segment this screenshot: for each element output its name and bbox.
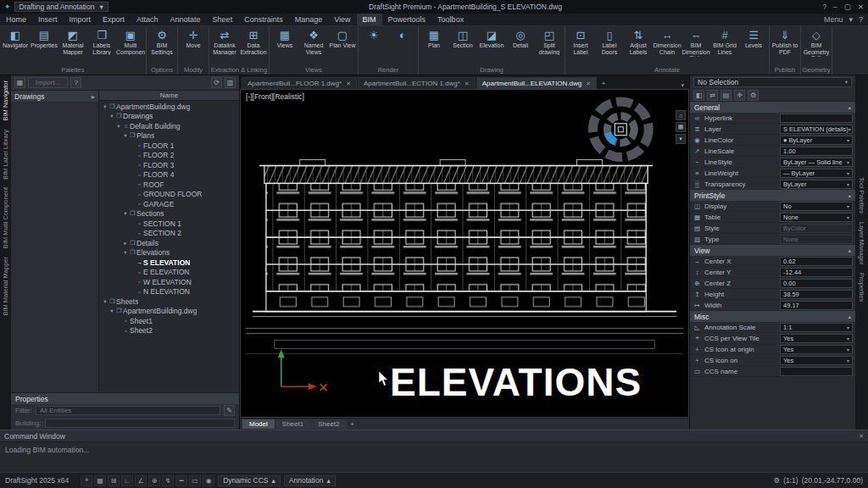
ribbon-button[interactable]: ◇ BIM Geometry Edit [802, 27, 831, 57]
tree-item[interactable]: ▫ Sheet1 [99, 316, 239, 326]
property-value[interactable]: ByLayer — Solid line [780, 158, 853, 167]
property-value[interactable]: 0.00 [780, 279, 853, 288]
property-row[interactable]: ▭ CCS name [690, 366, 855, 377]
palette-tab[interactable]: Tool Palettes [858, 177, 865, 214]
property-value[interactable]: — ByLayer [780, 169, 853, 178]
tree-item[interactable]: ▫ Sheet2 [99, 326, 239, 336]
ribbon-button[interactable]: ☀ [359, 27, 388, 42]
chevron-down-icon[interactable]: ▾ [849, 15, 853, 24]
ribbon-button[interactable]: ❖ Named Views [299, 27, 328, 55]
ribbon-button[interactable]: ▤ Properties [30, 27, 58, 49]
panel-options-icon[interactable]: ▥ [225, 77, 236, 88]
menu-item[interactable]: Insert [32, 14, 64, 25]
palette-tab[interactable]: BIM Navigator [2, 80, 9, 121]
property-value[interactable] [780, 367, 853, 376]
tab-close-icon[interactable]: ✕ [465, 80, 470, 87]
tree-chevron-icon[interactable]: ▾ [122, 249, 129, 256]
tree-item[interactable]: ▾ ❐ ApartmentBuilding.dwg [99, 307, 239, 317]
tree-chevron-icon[interactable]: ▾ [102, 298, 108, 305]
properties-toolbar-icon[interactable]: ◧ [693, 90, 704, 101]
tree-item[interactable]: ▫ E ELEVATION [99, 268, 239, 278]
menu-item[interactable]: Home [0, 14, 32, 25]
property-row[interactable]: ⌖ CCS per View Tile Yes [690, 333, 855, 344]
category-drawings[interactable]: Drawings ▸ [11, 91, 98, 102]
ccs-mode-dropdown[interactable]: Dynamic CCS ▴ [218, 475, 281, 486]
palette-tab[interactable]: BIM Label Library [2, 130, 9, 180]
property-value[interactable]: S ELEVATION (details) [780, 125, 853, 134]
viewport-label[interactable]: [-][Front][Realistic] [246, 92, 304, 101]
properties-toolbar-icon[interactable]: ⇄ [707, 90, 718, 101]
ribbon-button[interactable]: ▢ Plan View [328, 27, 357, 49]
menu-item[interactable]: BIM [357, 14, 382, 25]
canvas-tool-icon[interactable]: ▾ [676, 134, 686, 144]
properties-section-header[interactable]: Properties [11, 393, 239, 404]
gear-icon[interactable]: ⚙ [774, 476, 781, 485]
property-value[interactable]: 38.59 [780, 290, 853, 299]
ribbon-button[interactable]: ⊡ Insert Label [566, 27, 595, 55]
tree-item[interactable]: ▫ SECTION 2 [99, 229, 239, 239]
model-tab[interactable]: Sheet1 [275, 419, 310, 429]
filter-value-field[interactable]: All Entities [36, 406, 220, 415]
menu-item[interactable]: Sheet [207, 14, 239, 25]
section-header-misc[interactable]: Misc ▴ [690, 311, 855, 322]
menu-item[interactable]: Powertools [382, 14, 432, 25]
refresh-icon[interactable]: ⟳ [211, 77, 222, 88]
property-row[interactable]: ∞ Hyperlink [690, 113, 855, 124]
palette-tab[interactable]: Properties [858, 273, 865, 302]
model-tab[interactable]: Sheet2 [311, 419, 346, 429]
window-control-button[interactable]: ▢ [844, 3, 851, 11]
property-row[interactable]: ↥ Height 38.59 [690, 289, 855, 300]
canvas-tool-icon[interactable]: ▦ [676, 122, 686, 132]
tree-item[interactable]: ▫ SECTION 1 [99, 219, 239, 229]
property-row[interactable]: ▦ Table None [690, 212, 855, 223]
ribbon-button[interactable]: ▯ Label Doors [595, 27, 624, 55]
tree-chevron-icon[interactable]: ▾ [122, 210, 129, 217]
tree-chevron-icon[interactable]: ▾ [108, 113, 115, 119]
annotation-dropdown[interactable]: Annotation ▴ [284, 475, 336, 486]
workspace-dropdown[interactable]: Drafting and Annotation ▾ [14, 2, 108, 12]
ribbon-button[interactable]: ↔ Dimension Chain [653, 27, 682, 55]
property-row[interactable]: ▤ Style ByColor [690, 223, 855, 234]
property-value[interactable]: Yes [780, 334, 853, 343]
property-row[interactable]: ~ LineStyle ByLayer — Solid line [690, 157, 855, 168]
property-row[interactable]: ⊕ Center Z 0.00 [690, 278, 855, 289]
menu-button[interactable]: Menu [824, 15, 843, 24]
properties-toolbar-icon[interactable]: ✛ [734, 90, 745, 101]
menu-item[interactable]: Attach [131, 14, 164, 25]
ribbon-button[interactable]: ◫ Section [448, 27, 477, 49]
property-value[interactable]: -12.44 [780, 268, 853, 277]
tree-item[interactable]: ▾ ❐ Sheets [99, 297, 239, 307]
tree-chevron-icon[interactable]: ▾ [115, 123, 122, 130]
property-value[interactable]: None [780, 235, 853, 244]
status-toggle-icon[interactable]: ━ [175, 475, 187, 486]
property-row[interactable]: ◉ LineColor ● ByLayer [690, 135, 855, 146]
ribbon-button[interactable]: # BIM Grid Lines [710, 27, 739, 55]
tree-item[interactable]: ▫ ROOF [99, 180, 239, 190]
status-toggle-icon[interactable]: ⊕ [148, 475, 160, 486]
property-row[interactable]: ◺ Annotation Scale 1:1 [690, 322, 855, 333]
tab-close-icon[interactable]: ✕ [346, 80, 351, 87]
view-toggle-icon[interactable]: ▦ [14, 77, 25, 88]
status-toggle-icon[interactable]: ⊞ [108, 475, 120, 486]
help-icon[interactable]: ? [859, 15, 863, 24]
menu-item[interactable]: Manage [289, 14, 329, 25]
property-row[interactable]: ≡ LineWeight — ByLayer [690, 168, 855, 179]
palette-tab[interactable]: BIM Material Mapper [2, 257, 9, 316]
property-row[interactable]: ↦ Width 49.17 [690, 300, 855, 311]
menu-item[interactable]: Export [97, 14, 131, 25]
ribbon-button[interactable]: ◪ Elevation [477, 27, 506, 49]
status-toggle-icon[interactable]: ∟ [121, 475, 133, 486]
add-sheet-button[interactable]: + [348, 420, 358, 428]
menu-item[interactable]: Import [64, 14, 97, 25]
property-value[interactable]: ByColor [780, 224, 853, 233]
property-row[interactable]: ◫ Display No [690, 201, 855, 212]
ribbon-button[interactable]: ⚙ BIM Settings [147, 27, 176, 55]
palette-tab[interactable]: Layer Manager [858, 222, 865, 264]
property-row[interactable]: ↗ LineScale 1.00 [690, 146, 855, 157]
tree-item[interactable]: ▫ FLOOR 3 [99, 160, 239, 170]
tree-item[interactable]: ▾ ❐ Plans [99, 131, 239, 141]
tree-item[interactable]: ▾ ❐ Sections [99, 209, 239, 219]
property-value[interactable]: ● ByLayer [780, 136, 853, 145]
tree-item[interactable]: ▫ FLOOR 4 [99, 170, 239, 180]
ribbon-button[interactable]: ▦ Views [270, 27, 299, 49]
